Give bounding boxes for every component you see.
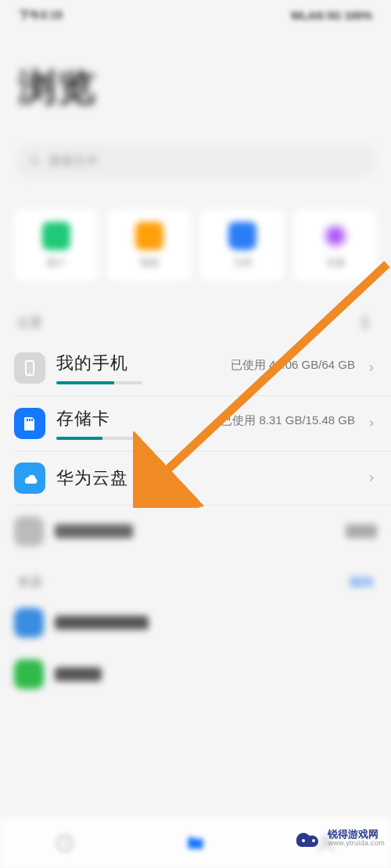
chevron-right-icon (366, 363, 377, 373)
storage-my-phone[interactable]: 我的手机 已使用 43.06 GB/64 GB (14, 341, 391, 395)
storage-usage: 已使用 8.31 GB/15.48 GB (221, 413, 355, 428)
blurred-list-item[interactable] (0, 648, 391, 700)
watermark-title: 锐得游戏网 (328, 829, 385, 840)
status-time: 下午2:15 (19, 9, 63, 23)
item-label (55, 667, 102, 681)
app-icon (14, 516, 44, 546)
storage-name: 存储卡 (56, 407, 110, 430)
category-label: 文档 (233, 256, 252, 270)
category-label: 视频 (140, 256, 159, 270)
blurred-list-item[interactable] (0, 597, 391, 648)
status-bar: 下午2:15 WLAN 5G 100% (0, 0, 391, 31)
svg-rect-4 (27, 419, 28, 421)
progress-fill (56, 437, 102, 440)
search-placeholder: 搜索文件 (48, 153, 99, 170)
recent-section-title: 来源 (17, 574, 42, 591)
video-icon (135, 222, 163, 250)
storage-content: 我的手机 已使用 43.06 GB/64 GB (56, 352, 355, 384)
storage-huawei-cloud[interactable]: 华为云盘 (14, 451, 391, 505)
svg-rect-5 (29, 419, 30, 421)
storage-section-header: 位置 (0, 292, 391, 341)
chevron-right-icon (366, 473, 377, 484)
status-indicators: WLAN 5G 100% (291, 9, 372, 22)
category-label: 图片 (47, 256, 66, 270)
category-label: 音频 (326, 256, 345, 270)
category-images[interactable]: 图片 (14, 209, 98, 281)
svg-point-11 (302, 839, 305, 842)
app-icon (14, 608, 44, 638)
blurred-list-item[interactable] (0, 505, 391, 557)
progress-bar (56, 437, 142, 440)
nav-recent[interactable] (55, 833, 75, 853)
progress-fill (56, 381, 114, 384)
search-bar[interactable]: 搜索文件 (14, 144, 377, 178)
document-icon (228, 222, 256, 250)
search-icon (28, 155, 41, 167)
app-icon (14, 659, 44, 689)
storage-name: 我的手机 (56, 352, 128, 375)
category-videos[interactable]: 视频 (107, 209, 191, 281)
page-title: 浏览 (0, 31, 391, 136)
chevron-right-icon (366, 418, 377, 429)
storage-section-title: 位置 (17, 315, 42, 331)
recent-section-action[interactable]: 编辑 (349, 574, 374, 591)
sd-card-icon (14, 408, 45, 439)
svg-line-1 (37, 163, 39, 166)
storage-sd-card[interactable]: 存储卡 已使用 8.31 GB/15.48 GB (14, 395, 391, 451)
svg-rect-6 (31, 419, 33, 421)
storage-list: 我的手机 已使用 43.06 GB/64 GB 存储卡 已使用 8.31 GB/… (0, 341, 391, 505)
category-audio[interactable]: 音频 (293, 209, 377, 281)
category-documents[interactable]: 文档 (200, 209, 284, 281)
watermark: 锐得游戏网 www.ytruida.com (295, 829, 385, 848)
storage-usage: 已使用 43.06 GB/64 GB (231, 358, 355, 373)
watermark-logo-icon (295, 829, 323, 848)
svg-point-0 (30, 157, 38, 164)
recent-section-header: 来源 编辑 (0, 557, 391, 597)
svg-point-12 (312, 839, 315, 842)
folder-icon (185, 833, 206, 853)
cloud-icon (14, 463, 45, 494)
watermark-subtitle: www.ytruida.com (328, 840, 385, 848)
audio-icon (321, 222, 350, 250)
phone-icon (14, 352, 45, 384)
storage-content: 存储卡 已使用 8.31 GB/15.48 GB (56, 407, 355, 440)
item-label (55, 616, 149, 630)
nav-browse[interactable] (185, 833, 206, 853)
clock-icon (55, 833, 75, 853)
storage-name: 华为云盘 (56, 466, 128, 490)
progress-bar (56, 381, 142, 384)
storage-content: 华为云盘 (56, 466, 355, 490)
sort-icon[interactable] (357, 314, 374, 331)
category-row: 图片 视频 文档 音频 (0, 194, 391, 292)
item-label (55, 524, 133, 538)
image-icon (42, 222, 70, 250)
item-meta (346, 524, 377, 538)
